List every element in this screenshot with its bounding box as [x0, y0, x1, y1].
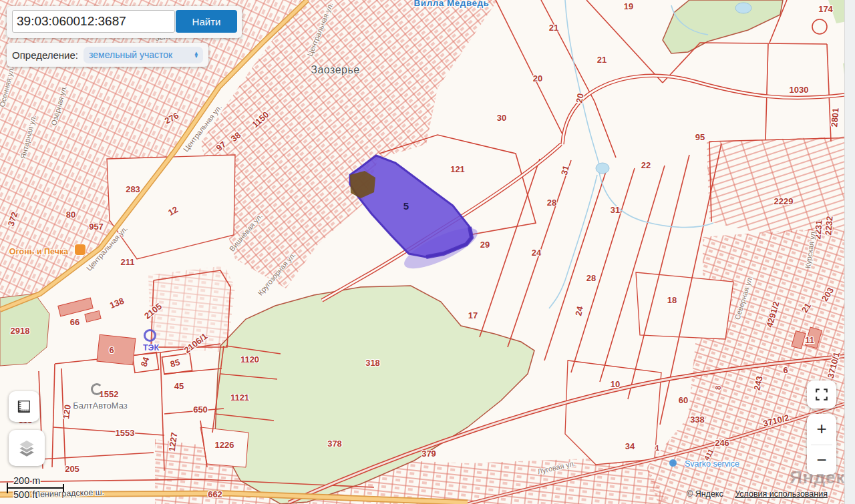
scale-line	[7, 487, 64, 489]
select-chevrons-icon: ▴ ▾	[194, 51, 198, 58]
definition-selected-value: земельный участок	[89, 49, 172, 60]
copyright-label: © Яндекс	[687, 489, 723, 499]
fullscreen-button[interactable]	[807, 381, 836, 409]
fullscreen-icon	[813, 386, 830, 403]
cadastral-number-input[interactable]	[12, 10, 175, 33]
search-panel: Найти	[7, 6, 242, 38]
cadastral-map	[0, 0, 844, 504]
ruler-measure-button[interactable]	[9, 391, 39, 422]
scrollbar[interactable]	[844, 0, 855, 504]
ruler-icon	[14, 397, 34, 417]
attribution: © Яндекс Условия использования	[687, 489, 828, 499]
layers-button[interactable]	[9, 430, 45, 466]
zoom-control: + −	[807, 414, 836, 475]
scale-bar: 200 m 500 ft	[5, 475, 72, 500]
map-canvas[interactable]: 1921212020301749510302801276115038972831…	[0, 0, 844, 504]
definition-select[interactable]: земельный участок ▴ ▾	[83, 47, 203, 63]
zoom-in-button[interactable]: +	[807, 414, 836, 445]
terms-of-use-link[interactable]: Условия использования	[735, 489, 828, 499]
search-button[interactable]: Найти	[176, 10, 237, 33]
definition-panel: Определение: земельный участок ▴ ▾	[7, 43, 208, 67]
layers-icon	[15, 437, 38, 459]
definition-label: Определение:	[12, 49, 78, 61]
